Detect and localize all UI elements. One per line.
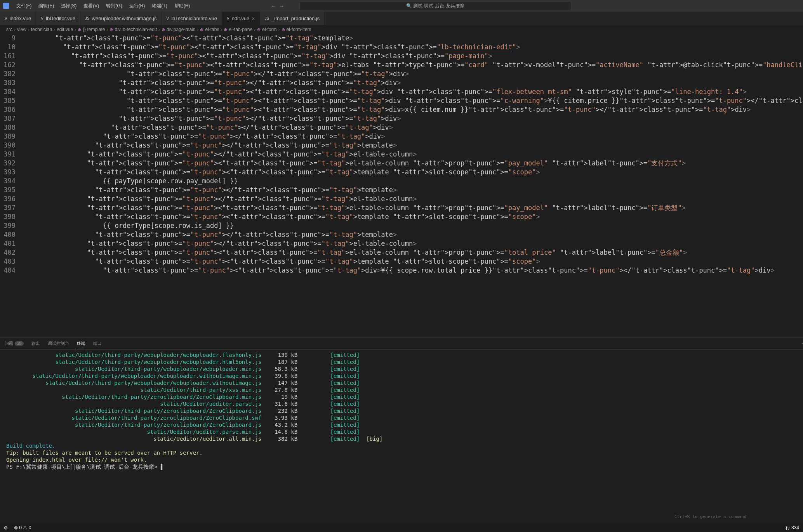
menu-文件(F)[interactable]: 文件(F): [13, 1, 35, 11]
tab-lbTechnicianInfo.vue[interactable]: VlbTechnicianInfo.vue: [162, 12, 222, 25]
menu-帮助(H)[interactable]: 帮助(H): [171, 1, 193, 11]
code-editor[interactable]: 9101611623823833843853863873883893903913…: [0, 34, 803, 337]
editor-tabs: Vindex.vueVlbUeditor.vueJSwebuploader.wi…: [0, 12, 803, 25]
crumb-el-tab-pane[interactable]: el-tab-pane: [229, 27, 252, 32]
app-logo: [3, 3, 9, 9]
vue-icon: V: [167, 16, 169, 21]
crumb-div.page-main[interactable]: div.page-main: [167, 27, 195, 32]
tab-_import_production.js[interactable]: JS_import_production.js: [260, 12, 325, 25]
nav-arrows[interactable]: ←→: [271, 3, 284, 9]
crumb-el-tabs[interactable]: el-tabs: [205, 27, 219, 32]
ln-col[interactable]: 行 334: [786, 525, 799, 531]
js-icon: JS: [264, 16, 269, 21]
ai-hint: Ctrl+K to generate a command: [674, 513, 746, 520]
status-bar[interactable]: ⊘ ⊗ 0 ⚠ 0 行 334: [0, 523, 803, 532]
breadcrumb[interactable]: src›view›technician›edit.vue›⊕{} templat…: [0, 25, 803, 34]
crumb-technician[interactable]: technician: [31, 27, 52, 32]
bottom-panel: 问题38输出调试控制台终端端口 ＋ ⌄ ▣ powershell ▯▯ 🗑 ⋯ …: [0, 337, 803, 523]
vue-icon: V: [227, 16, 229, 21]
vue-icon: V: [5, 16, 7, 21]
menu-编辑(E)[interactable]: 编辑(E): [35, 1, 57, 11]
code-content[interactable]: "t-attr">class"t-punc">="t-punc"><"t-att…: [23, 34, 803, 337]
menu-运行(R)[interactable]: 运行(R): [126, 1, 148, 11]
menu-选择(S)[interactable]: 选择(S): [58, 1, 80, 11]
remote-icon[interactable]: ⊘: [4, 525, 8, 530]
panel-tab-调试控制台[interactable]: 调试控制台: [48, 338, 69, 349]
panel-tab-问题[interactable]: 问题38: [5, 338, 24, 349]
menu-终端(T)[interactable]: 终端(T): [149, 1, 170, 11]
tab-index.vue[interactable]: Vindex.vue: [0, 12, 36, 25]
crumb-el-form-item[interactable]: el-form-item: [287, 27, 311, 32]
crumb-edit.vue[interactable]: edit.vue: [57, 27, 73, 32]
line-gutter: 9101611623823833843853863873883893903913…: [0, 34, 23, 337]
problems-badge: 38: [15, 341, 24, 346]
js-icon: JS: [85, 16, 90, 21]
tab-edit.vue[interactable]: Vedit.vue×: [222, 12, 260, 25]
menu-查看(V)[interactable]: 查看(V): [80, 1, 102, 11]
panel-tab-输出[interactable]: 输出: [31, 338, 40, 349]
crumb-el-form[interactable]: el-form: [262, 27, 276, 32]
editor-area: Vindex.vueVlbUeditor.vueJSwebuploader.wi…: [0, 12, 803, 523]
titlebar[interactable]: 文件(F)编辑(E)选择(S)查看(V)转到(G)运行(R)终端(T)帮助(H)…: [0, 0, 803, 12]
crumb-{} template[interactable]: {} template: [83, 27, 105, 32]
plus-icon[interactable]: ＋: [801, 341, 803, 346]
terminal[interactable]: static/Ueditor/third-party/webuploader/w…: [0, 350, 803, 523]
menu-转到(G)[interactable]: 转到(G): [103, 1, 125, 11]
panel-tab-端口[interactable]: 端口: [93, 338, 102, 349]
crumb-div.lb-technician-edit[interactable]: div.lb-technician-edit: [115, 27, 157, 32]
tab-lbUeditor.vue[interactable]: VlbUeditor.vue: [36, 12, 80, 25]
tab-webuploader.withoutimage.js[interactable]: JSwebuploader.withoutimage.js: [80, 12, 162, 25]
vue-icon: V: [41, 16, 43, 21]
panel-tabs: 问题38输出调试控制台终端端口 ＋ ⌄ ▣ powershell ▯▯ 🗑 ⋯ …: [0, 337, 803, 350]
menu-bar: 文件(F)编辑(E)选择(S)查看(V)转到(G)运行(R)终端(T)帮助(H): [13, 1, 193, 11]
close-icon[interactable]: ×: [252, 16, 255, 22]
crumb-view[interactable]: view: [17, 27, 26, 32]
errors-warnings[interactable]: ⊗ 0 ⚠ 0: [14, 525, 31, 530]
panel-tab-终端[interactable]: 终端: [77, 338, 85, 349]
command-center-search[interactable]: 🔍 测试-调试-后台-龙兵按摩: [299, 1, 571, 11]
crumb-src[interactable]: src: [6, 27, 12, 32]
